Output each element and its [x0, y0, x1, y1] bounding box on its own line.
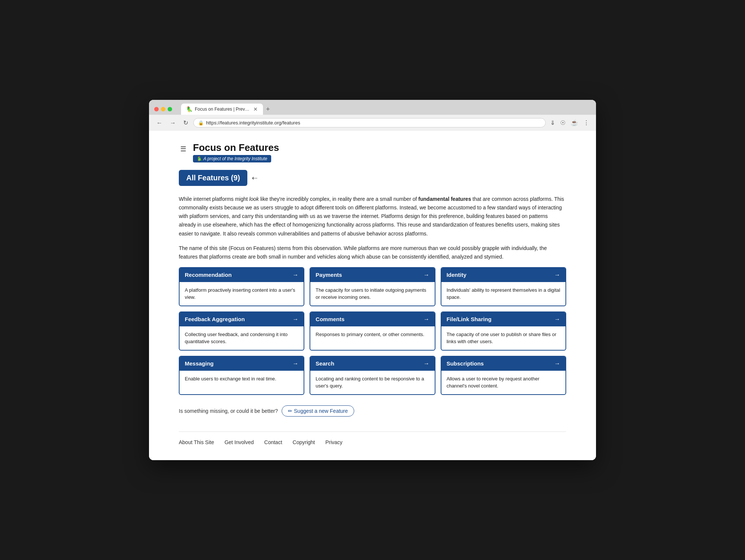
- footer-link-privacy[interactable]: Privacy: [325, 439, 342, 445]
- footer-nav: About This SiteGet InvolvedContactCopyri…: [179, 431, 566, 445]
- feature-description: The capacity for users to initiate outgo…: [316, 287, 426, 300]
- site-header: ☰ Focus on Features 🦜 A project of the I…: [179, 142, 566, 162]
- feature-card-header: Search →: [310, 357, 434, 371]
- feature-title: Subscriptions: [447, 360, 484, 367]
- intro-paragraph-1: While internet platforms might look like…: [179, 195, 566, 238]
- feature-title: File/Link Sharing: [447, 316, 492, 322]
- feature-card-comments[interactable]: Comments → Responses to primary content,…: [310, 311, 435, 351]
- feature-card-header: Identity →: [441, 268, 565, 282]
- feature-card-search[interactable]: Search → Locating and ranking content to…: [310, 356, 435, 395]
- feature-card-messaging[interactable]: Messaging → Enable users to exchange tex…: [179, 356, 304, 395]
- feature-title: Search: [316, 360, 334, 367]
- site-title: Focus on Features: [193, 142, 279, 154]
- feature-card-header: Subscriptions →: [441, 357, 565, 371]
- toolbar-actions: ⇓ ☉ ☕ ⋮: [549, 118, 591, 128]
- feature-card-body: Individuals' ability to represent themse…: [441, 282, 565, 306]
- reload-button[interactable]: ↻: [181, 118, 190, 127]
- header-text: Focus on Features 🦜 A project of the Int…: [193, 142, 279, 162]
- feature-card-payments[interactable]: Payments → The capacity for users to ini…: [310, 267, 435, 306]
- feature-card-header: Feedback Aggregation →: [180, 312, 304, 326]
- feature-description: Individuals' ability to represent themse…: [447, 287, 560, 300]
- feature-title: Messaging: [185, 360, 214, 367]
- feature-arrow-icon: →: [424, 316, 429, 323]
- hamburger-button[interactable]: ☰: [179, 143, 188, 155]
- all-features-bar: All Features (9) ⇠: [179, 170, 566, 186]
- feature-card-header: Recommendation →: [180, 268, 304, 282]
- feature-card-body: The capacity of one user to publish or s…: [441, 326, 565, 350]
- feature-card-feedback-aggregation[interactable]: Feedback Aggregation → Collecting user f…: [179, 311, 304, 351]
- browser-window: 🦜 Focus on Features | Prevent Har ✕ + ← …: [149, 100, 596, 460]
- feature-card-body: Enable users to exchange text in real ti…: [180, 371, 304, 387]
- minimize-button[interactable]: [161, 107, 165, 111]
- browser-chrome: 🦜 Focus on Features | Prevent Har ✕ + ← …: [149, 100, 596, 131]
- feature-card-recommendation[interactable]: Recommendation → A platform proactively …: [179, 267, 304, 306]
- tab-title: Focus on Features | Prevent Har: [195, 107, 251, 112]
- browser-toolbar: ← → ↻ 🔒 https://features.integrityinstit…: [149, 115, 596, 131]
- footer-link-get-involved[interactable]: Get Involved: [225, 439, 254, 445]
- extensions-icon[interactable]: ☕: [569, 118, 580, 128]
- project-badge: 🦜 A project of the Integrity Institute: [193, 155, 271, 162]
- feature-card-body: Collecting user feedback, and condensing…: [180, 326, 304, 350]
- titlebar: 🦜 Focus on Features | Prevent Har ✕ +: [149, 100, 596, 115]
- all-features-button[interactable]: All Features (9): [179, 170, 247, 186]
- feature-card-file-link-sharing[interactable]: File/Link Sharing → The capacity of one …: [441, 311, 566, 351]
- feature-description: Allows a user to receive by request anot…: [447, 376, 539, 389]
- feature-description: The capacity of one user to publish or s…: [447, 332, 557, 345]
- footer-link-contact[interactable]: Contact: [264, 439, 282, 445]
- feature-card-subscriptions[interactable]: Subscriptions → Allows a user to receive…: [441, 356, 566, 395]
- feature-card-body: A platform proactively inserting content…: [180, 282, 304, 306]
- feature-card-body: Responses to primary content, or other c…: [310, 326, 434, 343]
- feature-card-body: The capacity for users to initiate outgo…: [310, 282, 434, 306]
- feature-card-header: Payments →: [310, 268, 434, 282]
- page-content: ☰ Focus on Features 🦜 A project of the I…: [149, 131, 596, 460]
- feature-card-header: File/Link Sharing →: [441, 312, 565, 326]
- missing-label: Is something missing, or could it be bet…: [179, 408, 278, 414]
- feature-card-body: Allows a user to receive by request anot…: [441, 371, 565, 394]
- active-tab[interactable]: 🦜 Focus on Features | Prevent Har ✕: [181, 104, 263, 115]
- profile-icon[interactable]: ☉: [559, 118, 567, 128]
- feature-card-header: Comments →: [310, 312, 434, 326]
- features-grid: Recommendation → A platform proactively …: [179, 267, 566, 395]
- maximize-button[interactable]: [168, 107, 172, 111]
- feature-title: Recommendation: [185, 272, 232, 278]
- back-button[interactable]: ←: [154, 119, 165, 127]
- feature-description: A platform proactively inserting content…: [185, 287, 295, 300]
- suggest-feature-button[interactable]: ✏ Suggest a new Feature: [282, 405, 354, 417]
- traffic-lights: [154, 107, 172, 111]
- url-text: https://features.integrityinstitute.org/…: [206, 120, 541, 126]
- feature-arrow-icon: →: [292, 272, 298, 278]
- tab-favicon: 🦜: [186, 106, 193, 112]
- missing-section: Is something missing, or could it be bet…: [179, 405, 566, 417]
- footer-link-about-this-site[interactable]: About This Site: [179, 439, 214, 445]
- footer-link-copyright[interactable]: Copyright: [293, 439, 315, 445]
- tab-close-icon[interactable]: ✕: [253, 106, 258, 112]
- feature-arrow-icon: →: [554, 272, 560, 278]
- feature-card-header: Messaging →: [180, 357, 304, 371]
- feature-title: Identity: [447, 272, 466, 278]
- security-icon: 🔒: [198, 120, 204, 126]
- feature-card-body: Locating and ranking content to be respo…: [310, 371, 434, 394]
- feature-arrow-icon: →: [424, 360, 429, 367]
- address-bar[interactable]: 🔒 https://features.integrityinstitute.or…: [193, 118, 546, 127]
- feature-arrow-icon: →: [554, 316, 560, 323]
- feature-card-identity[interactable]: Identity → Individuals' ability to repre…: [441, 267, 566, 306]
- close-button[interactable]: [154, 107, 159, 111]
- intro-paragraph-2: The name of this site (Focus on Features…: [179, 244, 566, 261]
- tab-bar: 🦜 Focus on Features | Prevent Har ✕ +: [181, 104, 591, 115]
- new-tab-button[interactable]: +: [263, 104, 273, 115]
- feature-description: Collecting user feedback, and condensing…: [185, 332, 288, 345]
- feature-arrow-icon: →: [424, 272, 429, 278]
- downloads-icon[interactable]: ⇓: [549, 118, 557, 128]
- feature-description: Enable users to exchange text in real ti…: [185, 376, 276, 382]
- feature-description: Locating and ranking content to be respo…: [316, 376, 424, 389]
- feature-title: Feedback Aggregation: [185, 316, 245, 322]
- feature-title: Comments: [316, 316, 345, 322]
- forward-button[interactable]: →: [168, 119, 178, 127]
- feature-arrow-icon: →: [554, 360, 560, 367]
- feature-arrow-icon: →: [292, 316, 298, 323]
- share-icon[interactable]: ⇠: [252, 174, 257, 182]
- feature-title: Payments: [316, 272, 342, 278]
- feature-arrow-icon: →: [292, 360, 298, 367]
- feature-description: Responses to primary content, or other c…: [316, 332, 424, 337]
- menu-icon[interactable]: ⋮: [582, 118, 591, 128]
